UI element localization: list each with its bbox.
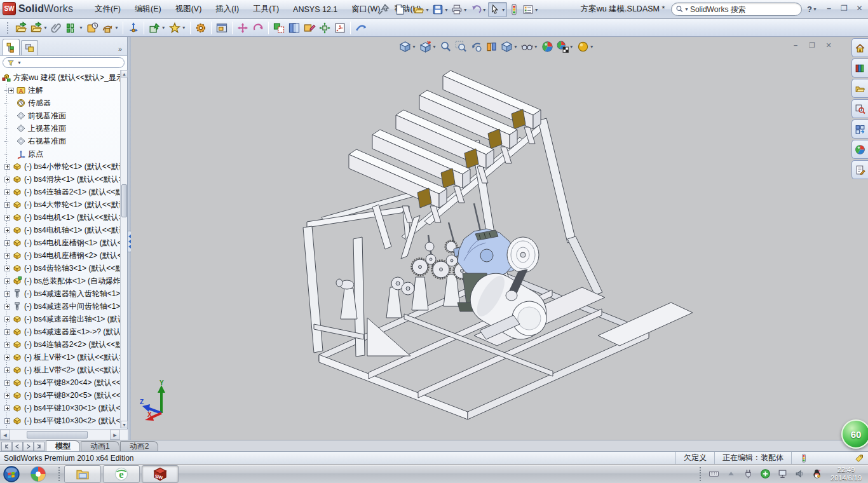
dropdown-caret-icon[interactable]: ▼ [534, 44, 538, 49]
mate-button[interactable] [49, 20, 64, 36]
search-input[interactable] [690, 5, 797, 14]
tree-expand-button[interactable] [4, 329, 10, 335]
tree-horizontal-scrollbar[interactable]: ◀ ▶ [0, 429, 128, 440]
tree-expand-button[interactable] [4, 189, 10, 195]
model-tab-1[interactable]: 模型 [46, 440, 80, 451]
undo-button[interactable]: ▼ [469, 2, 488, 17]
belt-chain-button[interactable] [193, 20, 208, 36]
tree-item[interactable]: (-) bs4大带轮<1> (默认<<默认>_显示状态 1>) [0, 198, 121, 211]
tree-item[interactable]: (-) bs4平键10×30<2> (默认<<默认>_显示状态 1>) [0, 414, 121, 427]
dropdown-caret-icon[interactable]: ▼ [501, 8, 506, 12]
tray-volume-icon[interactable] [794, 468, 805, 479]
component-preview-button[interactable]: ▼ [100, 20, 120, 36]
graphics-area[interactable]: ▼▼▼▼▼▼ – ❐ ✕ Y Z X [131, 37, 850, 440]
minimize-button[interactable]: – [824, 4, 834, 13]
dropdown-caret-icon[interactable]: ▼ [43, 25, 48, 30]
open-document-button[interactable]: ▼ [412, 2, 431, 17]
edit-component-button[interactable] [302, 20, 317, 36]
options-button[interactable]: ▼ [521, 2, 540, 17]
tree-item[interactable]: (-) bs4平键8×20<5> (默认<<默认>_显示状态 1>) [0, 389, 121, 402]
dropdown-caret-icon[interactable]: ▼ [182, 25, 186, 30]
tab-nav-prev[interactable] [12, 442, 23, 451]
section-cube-button[interactable]: ▼ [418, 39, 438, 54]
rebuild-traffic-light-button[interactable] [507, 2, 521, 17]
restore-button[interactable]: ❐ [839, 4, 849, 13]
tree-item[interactable]: (-) bs4减速器输出轴<1> (默认<<默认>_显示状态 1>) [0, 313, 121, 325]
menu-item-2[interactable]: 视图(V) [168, 0, 209, 18]
rotate-component-button[interactable] [250, 20, 266, 36]
taskpane-custom-properties-tab[interactable] [851, 160, 868, 179]
model-tab-3[interactable]: 动画2 [120, 441, 159, 451]
menu-item-0[interactable]: 文件(F) [88, 0, 128, 18]
dropdown-caret-icon[interactable]: ▼ [513, 44, 518, 49]
tree-item[interactable]: (-) bs4小带轮<1> (默认<<默认>_显示状态 1>) [0, 160, 121, 173]
taskbar-solidworks-button[interactable]: SW [142, 465, 179, 483]
explode-line-sketch-button[interactable] [332, 20, 348, 36]
exploded-view-button[interactable] [317, 20, 332, 36]
tree-expand-button[interactable] [4, 367, 10, 373]
tree-item[interactable]: (-) bs总装配体<1> (自动爆炸<<默认>_显示状态 1>) [0, 275, 121, 287]
dropdown-caret-icon[interactable]: ▼ [79, 25, 83, 30]
tree-expand-button[interactable] [4, 380, 10, 386]
dropdown-caret-icon[interactable]: ▼ [412, 44, 416, 49]
dropdown-caret-icon[interactable]: ▼ [425, 8, 430, 12]
taskpane-view-palette-tab[interactable] [851, 119, 868, 139]
dropdown-caret-icon[interactable]: ▼ [114, 25, 119, 30]
vertical-scroll-thumb[interactable] [121, 184, 127, 217]
view-settings-button[interactable]: ▼ [576, 39, 595, 54]
menu-item-4[interactable]: 工具(T) [246, 0, 286, 18]
tree-expand-button[interactable] [4, 164, 10, 170]
taskpane-appearances-tab[interactable] [851, 140, 868, 159]
menu-item-3[interactable]: 插入(I) [208, 0, 246, 18]
tray-power-icon[interactable] [743, 468, 754, 479]
tree-expand-button[interactable] [4, 240, 10, 246]
filter-caret-icon[interactable]: ▼ [17, 60, 22, 65]
tray-show-hidden-icon[interactable] [726, 468, 736, 479]
tree-item[interactable]: (-) bs4电机座槽钢<2> (默认<<默认>_显示状态 1>) [0, 249, 121, 262]
dropdown-caret-icon[interactable]: ▼ [534, 8, 539, 12]
tree-expand-button[interactable] [4, 202, 10, 208]
doc-minimize-button[interactable]: – [790, 41, 801, 50]
save-button[interactable]: ▼ [431, 2, 450, 17]
view-orientation-button[interactable]: ▼ [499, 39, 519, 54]
move-with-triad-button[interactable] [126, 20, 141, 36]
close-button[interactable]: ✕ [855, 4, 864, 13]
move-component-button[interactable] [235, 20, 250, 36]
panel-overflow-button[interactable]: » [118, 45, 125, 55]
tree-item[interactable]: 方案wu 建模 (默认<<默认>_显示状态 1>) [0, 71, 121, 84]
tray-grip[interactable] [699, 466, 702, 482]
dropdown-caret-icon[interactable]: ▼ [161, 25, 166, 30]
tree-expand-button[interactable] [4, 215, 10, 221]
scroll-left-arrow[interactable]: ◀ [0, 430, 10, 440]
tree-item[interactable]: (-) bs4平键10×30<1> (默认<<默认>_显示状态 1>) [0, 402, 121, 414]
tree-item[interactable]: (-) bs4电机座槽钢<1> (默认<<默认>_显示状态 1>) [0, 236, 121, 249]
taskpane-search-tab[interactable] [851, 99, 868, 118]
dropdown-caret-icon[interactable]: ▼ [482, 8, 487, 12]
safety-score-ball[interactable]: 60 [841, 419, 868, 449]
tree-item[interactable]: (-) 板上V带<2> (默认<<默认>_显示状态 1>) [0, 364, 121, 376]
edit-appearance-button[interactable] [540, 39, 555, 54]
taskbar-clock[interactable]: 22:49 2014/6/19 [831, 466, 862, 482]
horizontal-scroll-thumb[interactable] [27, 431, 88, 439]
dropdown-caret-icon[interactable]: ▼ [432, 44, 437, 49]
scroll-down-arrow[interactable]: ▼ [121, 421, 128, 428]
menu-pin-icon[interactable] [377, 3, 390, 16]
tray-360-safety-icon[interactable] [760, 468, 771, 479]
tree-item[interactable]: (-) 板上V带<1> (默认<<默认>_显示状态 1>) [0, 351, 121, 364]
search-caret-icon[interactable]: ▼ [684, 7, 689, 11]
scroll-right-arrow[interactable]: ▶ [110, 430, 120, 440]
tab-nav-first[interactable] [1, 442, 12, 451]
tree-expand-button[interactable] [4, 278, 10, 284]
scroll-up-arrow[interactable]: ▲ [121, 70, 128, 78]
tray-keyboard-icon[interactable] [709, 468, 719, 479]
tree-item[interactable]: 右视基准面 [0, 135, 121, 147]
insert-components-button[interactable] [13, 20, 29, 36]
select-button[interactable]: ▼ [488, 2, 507, 17]
instant3d-button[interactable] [353, 20, 369, 36]
tree-item[interactable]: (-) bs4减速器中间齿轮轴<1> (默认) [0, 300, 121, 313]
taskpane-design-library-tab[interactable] [851, 58, 868, 78]
help-button[interactable]: ?▼ [807, 2, 817, 16]
tree-item[interactable]: 原点 [0, 147, 121, 160]
quick-launch-app-icon[interactable] [30, 466, 46, 482]
smart-fasteners-button[interactable] [85, 20, 100, 36]
